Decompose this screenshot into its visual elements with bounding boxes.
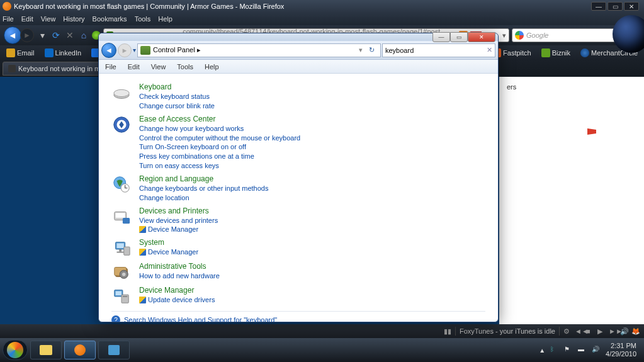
menu-edit[interactable]: Edit: [21, 15, 33, 23]
cp-menu-view[interactable]: View: [151, 63, 166, 71]
tray-up-icon[interactable]: ▲: [539, 347, 545, 354]
close-button[interactable]: ✕: [624, 2, 639, 11]
firefox-titlebar: Keyboard not working in most flash games…: [0, 0, 644, 13]
ft-play-icon[interactable]: ▶: [597, 327, 605, 335]
home-button[interactable]: ⌂: [78, 30, 89, 41]
cp-category-title[interactable]: Administrative Tools: [139, 262, 220, 271]
cp-forward-button[interactable]: ►: [118, 43, 132, 57]
cp-task-link[interactable]: View devices and printers: [139, 216, 218, 225]
cp-breadcrumb[interactable]: Control Panel ▸ ▾ ↻: [137, 43, 381, 57]
taskbar-app-other[interactable]: [98, 341, 130, 359]
ft-settings-icon[interactable]: ⚙: [563, 327, 571, 335]
cp-task-link[interactable]: Change location: [139, 193, 268, 203]
taskbar-clock[interactable]: 2:31 PM 4/29/2010: [606, 342, 636, 358]
cp-category-title[interactable]: Device Manager: [139, 286, 215, 295]
svg-rect-21: [123, 296, 128, 297]
cp-task-link[interactable]: Change keyboards or other input methods: [139, 184, 268, 193]
cp-task-link[interactable]: Change cursor blink rate: [139, 101, 215, 111]
cp-category-icon: [111, 206, 132, 227]
cp-category-icon: [111, 115, 132, 135]
sidebar-text: ers: [507, 83, 636, 91]
cp-menu-tools[interactable]: Tools: [177, 63, 193, 71]
foxytunes-text: FoxyTunes - your iTunes is idle: [460, 327, 555, 335]
ft-prev-icon[interactable]: ◄◄: [575, 327, 582, 335]
breadcrumb-dropdown-icon[interactable]: ▾: [359, 46, 363, 54]
start-button[interactable]: [3, 340, 28, 360]
svg-rect-11: [119, 249, 121, 252]
cp-history-dropdown[interactable]: ▾: [133, 47, 136, 54]
dropdown-icon[interactable]: ▾: [37, 30, 48, 41]
help-icon: ?: [111, 315, 120, 322]
cp-category-title[interactable]: Devices and Printers: [139, 206, 218, 215]
menu-help[interactable]: Help: [158, 15, 172, 23]
cp-refresh-button[interactable]: ↻: [365, 46, 378, 54]
cp-result-item: Region and LanguageChange keyboards or o…: [111, 174, 485, 203]
cp-category-title[interactable]: Keyboard: [139, 82, 215, 91]
cp-category-title[interactable]: System: [139, 238, 198, 247]
search-placeholder: Google: [526, 31, 548, 39]
cp-category-title[interactable]: Region and Language: [139, 174, 268, 183]
menu-tools[interactable]: Tools: [135, 15, 151, 23]
google-icon: [515, 31, 524, 40]
cp-menu-help[interactable]: Help: [205, 63, 219, 71]
cp-result-item: Devices and PrintersView devices and pri…: [111, 206, 485, 235]
cp-task-link[interactable]: Press key combinations one at a time: [139, 152, 300, 161]
forward-button[interactable]: ►: [20, 28, 34, 42]
cp-task-link[interactable]: Check keyboard status: [139, 92, 215, 101]
cp-close-button[interactable]: ✕: [468, 32, 495, 42]
menu-bookmarks[interactable]: Bookmarks: [93, 15, 127, 23]
cp-help-text: Search Windows Help and Support for "key…: [124, 316, 277, 322]
cp-task-link[interactable]: Update device drivers: [139, 295, 215, 305]
svg-rect-12: [117, 252, 124, 253]
cp-task-link[interactable]: Change how your keyboard works: [139, 124, 300, 133]
tray-volume-icon[interactable]: 🔊: [592, 346, 601, 354]
cp-task-link[interactable]: How to add new hardware: [139, 271, 220, 281]
cp-search-value: keyboard: [385, 47, 414, 54]
cp-task-link[interactable]: Device Manager: [139, 225, 218, 234]
tray-bt-icon[interactable]: ᛒ: [550, 346, 559, 354]
svg-rect-10: [117, 244, 124, 249]
cp-titlebar[interactable]: — ▭ ✕: [99, 33, 498, 41]
bookmark-linkedin[interactable]: LinkedIn: [42, 47, 84, 59]
cp-task-link[interactable]: Control the computer without the mouse o…: [139, 133, 300, 143]
ft-fox-icon[interactable]: 🦊: [631, 327, 639, 335]
minimize-button[interactable]: —: [591, 2, 606, 11]
cp-search-input[interactable]: keyboard ✕: [382, 43, 495, 57]
ft-next-icon[interactable]: ►►: [609, 327, 616, 335]
bookmark-biznik[interactable]: Biznik: [539, 47, 573, 59]
svg-point-17: [122, 273, 126, 276]
stop-button[interactable]: ✕: [64, 30, 76, 41]
cp-task-link[interactable]: Turn On-Screen keyboard on or off: [139, 142, 300, 152]
pause-icon[interactable]: ▮▮: [444, 327, 451, 335]
cp-task-link[interactable]: Turn on easy access keys: [139, 161, 300, 171]
ft-stop-icon[interactable]: ■: [586, 327, 594, 335]
maximize-button[interactable]: ▭: [607, 2, 623, 11]
menu-history[interactable]: History: [63, 15, 84, 23]
firefox-menubar: File Edit View History Bookmarks Tools H…: [0, 13, 644, 25]
taskbar-app-explorer[interactable]: [30, 341, 62, 359]
clear-search-icon[interactable]: ✕: [487, 46, 492, 54]
ft-vol-icon[interactable]: 🔊: [620, 327, 628, 335]
cp-category-title[interactable]: Ease of Access Center: [139, 115, 300, 123]
cp-maximize-button[interactable]: ▭: [450, 32, 468, 42]
tray-network-icon[interactable]: ▬: [578, 346, 587, 354]
tray-flag-icon[interactable]: ⚑: [564, 346, 573, 354]
menu-file[interactable]: File: [3, 15, 14, 23]
bookmark-email[interactable]: Email: [4, 47, 37, 59]
cp-task-link[interactable]: Device Manager: [139, 247, 198, 257]
cp-back-button[interactable]: ◄: [101, 43, 116, 58]
firefox-icon: [3, 2, 11, 11]
search-bar[interactable]: Google 🔍: [512, 28, 625, 42]
cp-menu-edit[interactable]: Edit: [128, 63, 140, 71]
taskbar-app-firefox[interactable]: [64, 341, 96, 359]
menu-view[interactable]: View: [41, 15, 56, 23]
back-button[interactable]: ◄: [4, 26, 21, 44]
cp-menubar: File Edit View Tools Help: [99, 60, 498, 74]
cp-menu-file[interactable]: File: [105, 63, 116, 71]
cp-help-link[interactable]: ?Search Windows Help and Support for "ke…: [111, 315, 485, 322]
reload-button[interactable]: ⟳: [50, 30, 62, 41]
cp-minimize-button[interactable]: —: [432, 32, 450, 42]
flag-icon[interactable]: [587, 128, 596, 135]
cp-category-icon: [111, 286, 132, 306]
cp-category-icon: [111, 82, 132, 103]
